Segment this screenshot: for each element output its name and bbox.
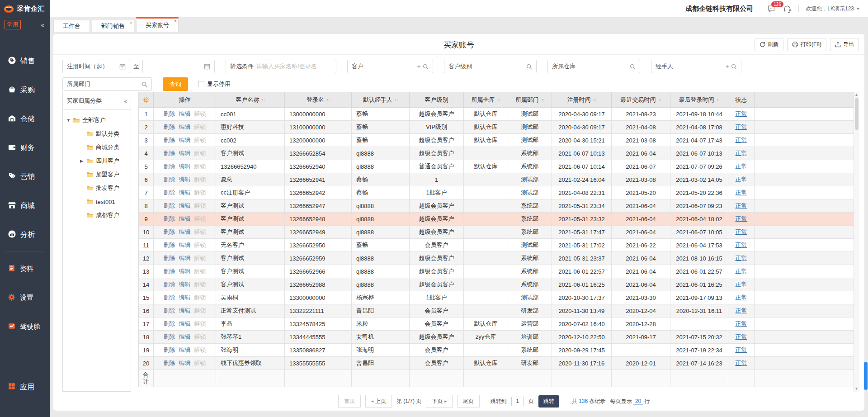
unlock-link[interactable]: 解锁 xyxy=(194,149,206,157)
status-link[interactable]: 正常 xyxy=(736,110,747,118)
unlock-link[interactable]: 解锁 xyxy=(194,162,206,171)
edit-link[interactable]: 编辑 xyxy=(179,215,191,223)
table-row[interactable]: 17 删除 编辑 解锁 李晶 13324578425 米粒 会员客户 xyxy=(139,317,859,331)
tree-node[interactable]: 默认分类 xyxy=(63,127,131,141)
status-link[interactable]: 正常 xyxy=(736,294,747,302)
delete-link[interactable]: 删除 xyxy=(164,320,175,328)
unlock-link[interactable]: 解锁 xyxy=(194,202,206,210)
sidebar-item[interactable]: 销售 xyxy=(0,47,50,76)
prev-page-button[interactable]: ◂上页 xyxy=(365,395,392,408)
table-row[interactable]: 20 删除 编辑 解锁 线下优惠券领取 13355555555 曾昌阳 会员客户 xyxy=(139,357,859,370)
pinned-tab-label[interactable]: 常用 xyxy=(5,20,21,29)
sort-icon[interactable]: ↑↓ xyxy=(717,98,720,102)
table-row[interactable]: 9 删除 编辑 解锁 客户测试 13266652948 ql8888 超级会员客… xyxy=(139,213,859,226)
column-header-ops[interactable]: 操作 xyxy=(154,92,216,108)
warehouse-select[interactable]: 所属仓库 xyxy=(547,60,640,73)
search-icon[interactable] xyxy=(526,64,532,70)
column-header-level[interactable]: 客户级别 xyxy=(410,92,464,108)
table-row[interactable]: 6 删除 编辑 解锁 夏总 13266652941 蔡畅 1 xyxy=(139,173,859,186)
search-icon[interactable] xyxy=(731,64,737,70)
unlock-link[interactable]: 解锁 xyxy=(194,307,206,315)
table-row[interactable]: 3 删除 编辑 解锁 cc002 13200000000 蔡畅 超级会员客户 xyxy=(139,134,859,147)
sort-icon[interactable]: ↑↓ xyxy=(658,98,661,102)
delete-link[interactable]: 删除 xyxy=(164,359,175,367)
unlock-link[interactable]: 解锁 xyxy=(194,254,206,262)
edit-link[interactable]: 编辑 xyxy=(179,202,191,210)
status-link[interactable]: 正常 xyxy=(736,346,747,354)
edit-link[interactable]: 编辑 xyxy=(179,189,191,197)
delete-link[interactable]: 删除 xyxy=(164,110,175,118)
sidebar-item[interactable]: 采购 xyxy=(0,76,50,104)
tree-node[interactable]: 批发客户 xyxy=(63,181,131,195)
calendar-icon[interactable] xyxy=(119,63,126,70)
delete-link[interactable]: 删除 xyxy=(164,307,175,315)
tree-caret-icon[interactable]: ▶ xyxy=(80,159,86,163)
customer-level-select[interactable]: 客户级别 xyxy=(444,60,537,73)
sidebar-item-apps[interactable]: 应用 xyxy=(0,378,50,396)
edit-link[interactable]: 编辑 xyxy=(179,241,191,249)
column-header-register-time[interactable]: 注册时间↑↓ xyxy=(552,92,612,108)
edit-link[interactable]: 编辑 xyxy=(179,320,191,328)
status-link[interactable]: 正常 xyxy=(736,280,747,289)
sidebar-item[interactable]: 分析 xyxy=(0,220,50,249)
table-row[interactable]: 4 删除 编辑 解锁 客户测试 13266652854 ql8888 超级会员客… xyxy=(139,147,859,160)
tree-node[interactable]: 加盟客户 xyxy=(63,168,131,181)
unlock-link[interactable]: 解锁 xyxy=(194,215,206,223)
page-scrollbar-thumb[interactable] xyxy=(864,362,868,390)
status-link[interactable]: 正常 xyxy=(736,202,747,210)
workspace-tab[interactable]: 部门销售 × xyxy=(92,20,134,32)
unlock-link[interactable]: 解锁 xyxy=(194,123,206,131)
status-link[interactable]: 正常 xyxy=(736,254,747,262)
unlock-link[interactable]: 解锁 xyxy=(194,110,206,118)
column-header-handler[interactable]: 默认经手人↑↓ xyxy=(352,92,410,108)
status-link[interactable]: 正常 xyxy=(736,162,747,171)
status-link[interactable]: 正常 xyxy=(736,123,747,131)
sort-icon[interactable]: ↑↓ xyxy=(395,98,398,102)
search-icon[interactable] xyxy=(423,64,429,70)
sidebar-item[interactable]: 商城 xyxy=(0,191,50,220)
sidebar-item[interactable]: 营销 xyxy=(0,162,50,191)
edit-link[interactable]: 编辑 xyxy=(179,162,191,171)
sidebar-item[interactable]: 资料 xyxy=(0,254,50,283)
tree-node[interactable]: 商城分类 xyxy=(63,141,131,154)
table-row[interactable]: 16 删除 编辑 解锁 正常支付测试 13322221111 曾昌阳 会员客户 xyxy=(139,304,859,317)
handler-select[interactable]: 经手人 + xyxy=(651,60,741,73)
sort-icon[interactable]: ↑↓ xyxy=(326,98,330,102)
keyword-search-input[interactable]: 筛选条件 请输入买家名称/登录名 xyxy=(226,60,336,73)
status-link[interactable]: 正常 xyxy=(736,241,747,249)
delete-link[interactable]: 删除 xyxy=(164,346,175,354)
tree-node[interactable]: ▼ 全部客户 xyxy=(63,114,131,127)
unlock-link[interactable]: 解锁 xyxy=(194,333,206,341)
column-header-last-login[interactable]: 最后登录时间↑↓ xyxy=(670,92,728,108)
unlock-link[interactable]: 解锁 xyxy=(194,359,206,367)
tab-close-icon[interactable]: × xyxy=(130,21,132,25)
status-link[interactable]: 正常 xyxy=(736,228,747,236)
sidebar-collapse-icon[interactable]: « xyxy=(41,21,44,28)
register-date-end-input[interactable] xyxy=(142,60,215,73)
tree-collapse-icon[interactable]: « xyxy=(124,98,127,104)
edit-link[interactable]: 编辑 xyxy=(179,294,191,302)
edit-link[interactable]: 编辑 xyxy=(179,307,191,315)
table-row[interactable]: 15 删除 编辑 解锁 吴雨桐 13300000000 杨宗桦 1批客户 xyxy=(139,291,859,304)
user-menu[interactable]: 欢迎您，LK演示123 xyxy=(806,5,860,13)
unlock-link[interactable]: 解锁 xyxy=(194,294,206,302)
table-row[interactable]: 2 删除 编辑 解锁 惠好科技 13100000000 蔡畅 VIP级别 xyxy=(139,121,859,134)
sidebar-item[interactable]: 驾驶舱 xyxy=(0,312,50,341)
checkbox-icon[interactable] xyxy=(198,81,204,87)
tree-node[interactable]: test001 xyxy=(63,195,131,208)
jump-page-input[interactable]: 1 xyxy=(511,397,524,406)
status-link[interactable]: 正常 xyxy=(736,320,747,328)
table-row[interactable]: 8 删除 编辑 解锁 客户测试 13266652947 ql8888 超级会员客… xyxy=(139,199,859,213)
status-link[interactable]: 正常 xyxy=(736,307,747,315)
sort-icon[interactable]: ↑↓ xyxy=(497,98,500,102)
status-link[interactable]: 正常 xyxy=(736,359,747,367)
search-icon[interactable] xyxy=(142,81,147,87)
delete-link[interactable]: 删除 xyxy=(164,333,175,341)
delete-link[interactable]: 删除 xyxy=(164,267,175,275)
column-header-login[interactable]: 登录名↑↓ xyxy=(285,92,352,108)
print-button[interactable]: 打印(F8) xyxy=(787,38,826,51)
scroll-down-icon[interactable]: ▼ xyxy=(855,387,859,391)
delete-link[interactable]: 删除 xyxy=(164,254,175,262)
table-vertical-scrollbar[interactable]: ▲ ▼ xyxy=(854,92,859,392)
delete-link[interactable]: 删除 xyxy=(164,241,175,249)
